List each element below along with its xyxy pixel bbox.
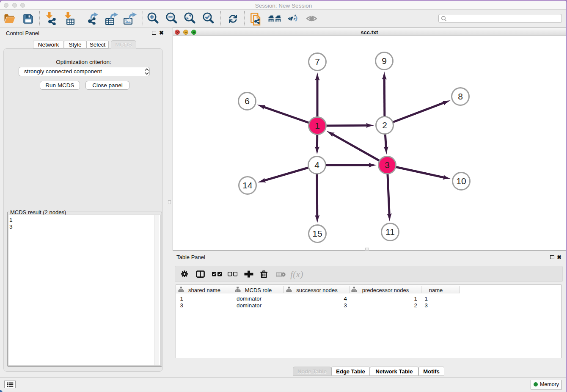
svg-text:7: 7 <box>315 57 320 66</box>
svg-text:4: 4 <box>314 160 319 170</box>
svg-text:11: 11 <box>385 227 395 237</box>
svg-text:9: 9 <box>382 56 387 66</box>
svg-text:6: 6 <box>245 96 250 106</box>
svg-text:10: 10 <box>456 176 466 186</box>
svg-text:8: 8 <box>458 91 463 101</box>
svg-text:2: 2 <box>382 120 387 130</box>
svg-text:14: 14 <box>242 180 253 190</box>
svg-text:15: 15 <box>312 229 322 238</box>
svg-text:1: 1 <box>315 121 320 130</box>
svg-text:3: 3 <box>385 160 390 170</box>
